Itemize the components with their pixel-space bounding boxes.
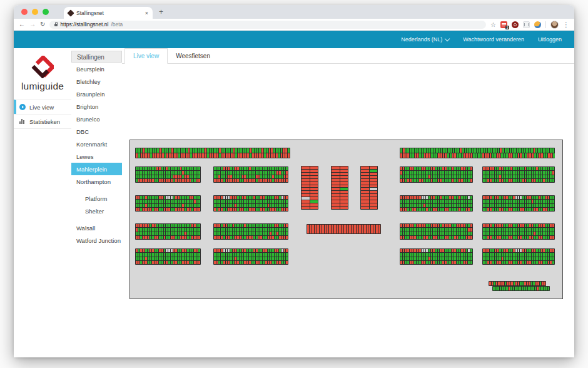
sidebar-item-label: Live view <box>29 104 54 111</box>
bike-rack <box>482 195 555 212</box>
language-label: Nederlands (NL) <box>401 36 442 43</box>
change-password-label: Wachtwoord veranderen <box>463 36 524 43</box>
stalling-item-northampton[interactable]: Northampton <box>71 175 122 188</box>
minimize-window-button[interactable] <box>32 9 38 15</box>
bike-rack <box>213 223 288 240</box>
lock-icon <box>54 24 58 26</box>
bike-rack <box>400 166 473 183</box>
bike-rack <box>400 148 555 158</box>
sidebar-item-live-view[interactable]: Live view <box>14 100 71 114</box>
stalling-item-watford-junction[interactable]: Watford Junction <box>71 234 122 247</box>
zoom-window-button[interactable] <box>43 9 49 15</box>
browser-menu-icon[interactable]: ⋮ <box>563 21 569 28</box>
bike-rack <box>482 248 555 265</box>
live-view-icon <box>19 104 26 110</box>
bike-rack <box>213 166 288 183</box>
view-tabs: Live view Weesfietsen <box>122 48 574 64</box>
extension-red-icon[interactable]: 3 <box>500 21 507 28</box>
lumiguide-logo-icon <box>31 56 54 78</box>
stalling-item-dbc[interactable]: DBC <box>71 125 122 138</box>
tab-title: Stallingsnet <box>76 10 142 16</box>
stalling-item-brunelco[interactable]: Brunelco <box>71 113 122 125</box>
browser-toolbar: ← → ↻ https://stallingsnet.nl/beta ☆ 3 ⋮ <box>14 19 574 31</box>
extension-gray-icon[interactable] <box>523 21 530 28</box>
bike-rack <box>489 281 546 286</box>
tab-close-icon[interactable]: × <box>145 10 148 16</box>
bike-rack <box>482 166 555 183</box>
stalling-item-mahlerplein[interactable]: Mahlerplein <box>71 163 122 175</box>
bookmark-star-icon[interactable]: ☆ <box>490 21 496 28</box>
sidebar-item-label: Statistieken <box>29 118 60 125</box>
browser-tab-strip: Stallingsnet × + <box>14 5 574 19</box>
bike-rack <box>135 248 201 265</box>
bike-rack <box>482 223 555 240</box>
site-favicon-icon <box>67 9 74 16</box>
reload-icon[interactable]: ↻ <box>40 21 45 28</box>
toolbar-separator <box>545 21 546 28</box>
tab-live-view[interactable]: Live view <box>124 48 168 64</box>
stallingen-header: Stallingen <box>71 51 122 63</box>
bike-rack <box>135 166 201 183</box>
bike-rack <box>135 148 290 158</box>
language-selector[interactable]: Nederlands (NL) <box>401 36 449 43</box>
url-host: https://stallingsnet.nl <box>60 21 108 28</box>
stalling-item-korenmarkt[interactable]: Korenmarkt <box>71 138 122 150</box>
bike-rack <box>400 195 473 212</box>
chevron-down-icon <box>445 36 450 41</box>
bike-rack <box>135 195 201 212</box>
bike-rack <box>307 224 381 234</box>
forward-icon[interactable]: → <box>29 21 36 28</box>
browser-window: Stallingsnet × + ← → ↻ https://stallings… <box>14 5 574 357</box>
bike-rack <box>360 166 378 210</box>
bar-chart-icon <box>19 119 26 124</box>
tab-weesfietsen[interactable]: Weesfietsen <box>168 48 218 63</box>
stalling-item-braunplein[interactable]: Braunplein <box>71 88 122 100</box>
bike-rack <box>400 248 473 265</box>
change-password-link[interactable]: Wachtwoord veranderen <box>463 36 524 43</box>
tab-label: Live view <box>133 53 159 59</box>
bike-rack <box>331 166 348 210</box>
logout-link[interactable]: Uitloggen <box>538 36 562 43</box>
stalling-item-walsall[interactable]: Walsall <box>71 222 122 234</box>
main-panel: Live view Weesfietsen <box>122 48 574 357</box>
screenshot-stage: { "browser": { "traffic_lights": ["#ff5f… <box>0 0 588 368</box>
new-tab-button[interactable]: + <box>159 6 163 18</box>
stalling-item-platform[interactable]: Platform <box>71 192 122 205</box>
stallingen-panel: Stallingen BeurspleinBletchleyBraunplein… <box>71 48 122 357</box>
parking-map <box>129 140 563 299</box>
bike-rack <box>213 195 288 212</box>
extension-maroon-icon[interactable] <box>512 21 519 28</box>
extension-avatar-icon[interactable] <box>534 21 541 28</box>
browser-tab[interactable]: Stallingsnet × <box>64 7 153 19</box>
traffic-lights <box>14 5 55 19</box>
address-bar[interactable]: https://stallingsnet.nl/beta <box>49 21 486 29</box>
url-path: /beta <box>111 21 123 28</box>
tab-label: Weesfietsen <box>176 53 210 59</box>
profile-avatar[interactable] <box>550 21 559 29</box>
bike-rack <box>492 286 550 291</box>
bike-rack <box>213 248 288 265</box>
stalling-item-bletchley[interactable]: Bletchley <box>71 75 122 88</box>
sidebar-item-statistieken[interactable]: Statistieken <box>14 114 71 129</box>
logout-label: Uitloggen <box>538 36 562 43</box>
extension-badge: 3 <box>505 26 509 29</box>
stalling-item-beursplein[interactable]: Beursplein <box>71 63 122 75</box>
app-header: Nederlands (NL) Wachtwoord veranderen Ui… <box>14 31 574 48</box>
sidebar: lumiguide Live view Statistieken <box>14 48 71 357</box>
logo: lumiguide <box>14 48 71 92</box>
stallingen-list: BeurspleinBletchleyBraunpleinBrightonBru… <box>71 63 122 247</box>
stalling-item-lewes[interactable]: Lewes <box>71 150 122 163</box>
page-content: lumiguide Live view Statistieken Stallin… <box>14 48 574 357</box>
bike-rack <box>135 223 201 240</box>
bike-rack <box>400 223 473 240</box>
back-icon[interactable]: ← <box>19 21 25 28</box>
sidebar-nav: Live view Statistieken <box>14 100 71 129</box>
stalling-item-shelter[interactable]: Shelter <box>71 205 122 217</box>
logo-wordmark: lumiguide <box>21 81 64 92</box>
stalling-item-brighton[interactable]: Brighton <box>71 100 122 113</box>
close-window-button[interactable] <box>21 9 28 15</box>
bike-rack <box>301 166 318 210</box>
